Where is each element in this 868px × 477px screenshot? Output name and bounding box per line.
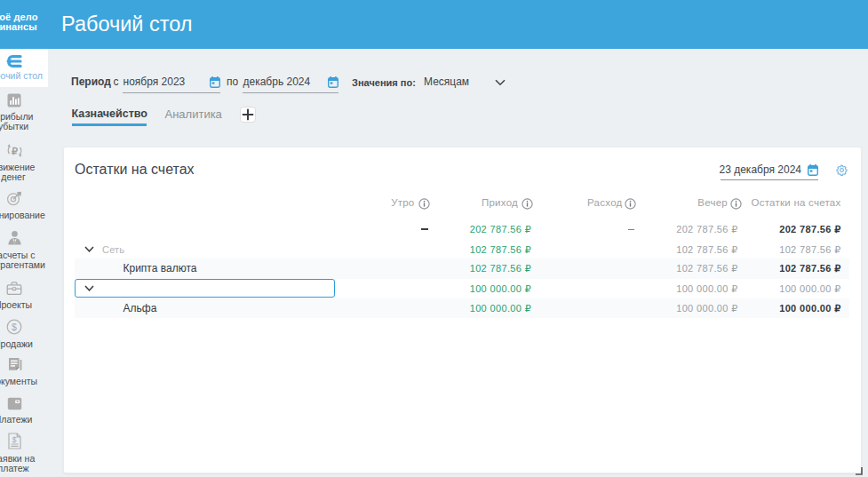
svg-text:₽: ₽: [12, 146, 18, 156]
svg-text:$: $: [12, 435, 16, 444]
svg-text:$: $: [12, 322, 17, 332]
